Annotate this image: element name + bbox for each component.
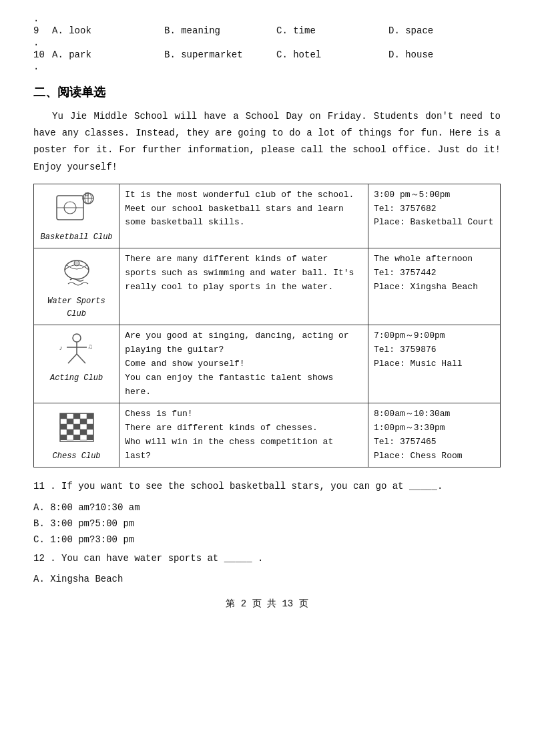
- svg-line-14: [77, 354, 85, 363]
- dot-line-3: .: [33, 61, 501, 72]
- dot-line-2: .: [33, 37, 501, 48]
- club-desc-1: There are many different kinds of water …: [119, 248, 368, 325]
- svg-rect-28: [60, 424, 67, 429]
- svg-rect-38: [60, 435, 67, 440]
- svg-rect-18: [60, 413, 67, 419]
- q9-optA: A. look: [52, 25, 164, 36]
- club-desc-0: It is the most wonderful club of the sch…: [119, 184, 368, 248]
- q12-question: You can have water sports at _____ .: [61, 553, 263, 564]
- q9-options: A. look B. meaning C. time D. space: [52, 25, 501, 36]
- svg-rect-23: [60, 419, 67, 424]
- club-name-1: Water Sports Club: [39, 295, 113, 321]
- svg-rect-39: [67, 435, 73, 440]
- club-time-3: 8:00am～10:30am 1:00pm～3:30pm Tel: 375746…: [368, 403, 500, 467]
- q12-text: 12 . You can have water sports at _____ …: [33, 550, 501, 567]
- svg-rect-24: [67, 419, 73, 424]
- club-icon-0: [53, 188, 100, 228]
- q11-optB: B. 3:00 pm?5:00 pm: [33, 518, 501, 529]
- q10-optD: D. house: [388, 49, 501, 60]
- svg-rect-29: [67, 424, 73, 429]
- club-desc-3: Chess is fun! There are different kinds …: [119, 403, 368, 467]
- svg-rect-37: [87, 429, 93, 435]
- table-row: ♪ ♫ Acting ClubAre you good at singing, …: [34, 325, 501, 403]
- q10-optB: B. supermarket: [164, 49, 276, 60]
- club-cell-3: Chess Club: [34, 403, 119, 467]
- svg-rect-34: [67, 429, 73, 435]
- svg-rect-21: [80, 413, 87, 419]
- svg-point-10: [73, 334, 81, 342]
- q12-number: 12 .: [33, 553, 61, 564]
- svg-rect-22: [87, 413, 93, 419]
- poster-table: Basketball ClubIt is the most wonderful …: [33, 184, 501, 468]
- q9-number: 9: [33, 25, 52, 36]
- q12-optA: A. Xingsha Beach: [33, 574, 501, 584]
- svg-rect-32: [87, 424, 93, 429]
- svg-rect-41: [80, 435, 87, 440]
- reading-passage: Yu Jie Middle School will have a School …: [33, 108, 501, 176]
- svg-rect-40: [73, 435, 80, 440]
- section2-title: 二、阅读单选: [33, 84, 501, 100]
- svg-rect-30: [73, 424, 80, 429]
- q11-optC: C. 1:00 pm?3:00 pm: [33, 534, 501, 545]
- q9-optD: D. space: [388, 25, 501, 36]
- page-footer: 第 2 页 共 13 页: [33, 598, 501, 610]
- club-name-0: Basketball Club: [39, 231, 113, 244]
- q10-optA: A. park: [52, 49, 164, 60]
- table-row: Chess ClubChess is fun! There are differ…: [34, 403, 501, 467]
- club-cell-0: Basketball Club: [34, 184, 119, 248]
- svg-rect-35: [73, 429, 80, 435]
- svg-rect-42: [87, 435, 93, 440]
- q11-text: 11 . If you want to see the school baske…: [33, 478, 501, 495]
- club-time-1: The whole afternoon Tel: 3757442 Place: …: [368, 248, 500, 325]
- club-name-2: Acting Club: [39, 372, 113, 385]
- q10-number: 10: [33, 49, 52, 60]
- q11-number: 11 .: [33, 481, 61, 492]
- club-icon-3: [53, 407, 100, 447]
- club-name-3: Chess Club: [39, 450, 113, 463]
- q9-optB: B. meaning: [164, 25, 276, 36]
- svg-text:♫: ♫: [88, 343, 92, 351]
- table-row: Basketball ClubIt is the most wonderful …: [34, 184, 501, 248]
- svg-rect-20: [73, 413, 80, 419]
- club-icon-2: ♪ ♫: [53, 329, 100, 369]
- svg-rect-19: [67, 413, 73, 419]
- club-time-2: 7:00pm～9:00pm Tel: 3759876 Place: Music …: [368, 325, 500, 403]
- q10-optC: C. hotel: [276, 49, 388, 60]
- svg-point-9: [74, 260, 79, 266]
- q10-options: A. park B. supermarket C. hotel D. house: [52, 49, 501, 60]
- q9-optC: C. time: [276, 25, 388, 36]
- q11-optA: A. 8:00 am?10:30 am: [33, 502, 501, 513]
- club-desc-2: Are you good at singing, dancing, acting…: [119, 325, 368, 403]
- svg-rect-36: [80, 429, 87, 435]
- club-cell-1: Water Sports Club: [34, 248, 119, 325]
- svg-rect-25: [73, 419, 80, 424]
- svg-rect-26: [80, 419, 87, 424]
- club-cell-2: ♪ ♫ Acting Club: [34, 325, 119, 403]
- dot-line-1: .: [33, 13, 501, 24]
- svg-line-13: [68, 354, 77, 363]
- club-time-0: 3:00 pm～5:00pm Tel: 3757682 Place: Baske…: [368, 184, 500, 248]
- svg-rect-31: [80, 424, 87, 429]
- svg-rect-33: [60, 429, 67, 435]
- svg-rect-27: [87, 419, 93, 424]
- q11-question: If you want to see the school basketball…: [61, 481, 443, 492]
- svg-text:♪: ♪: [59, 345, 63, 352]
- club-icon-1: [53, 252, 100, 293]
- question-10-row: 10 A. park B. supermarket C. hotel D. ho…: [33, 49, 501, 60]
- question-9-row: 9 A. look B. meaning C. time D. space: [33, 25, 501, 36]
- table-row: Water Sports ClubThere are many differen…: [34, 248, 501, 325]
